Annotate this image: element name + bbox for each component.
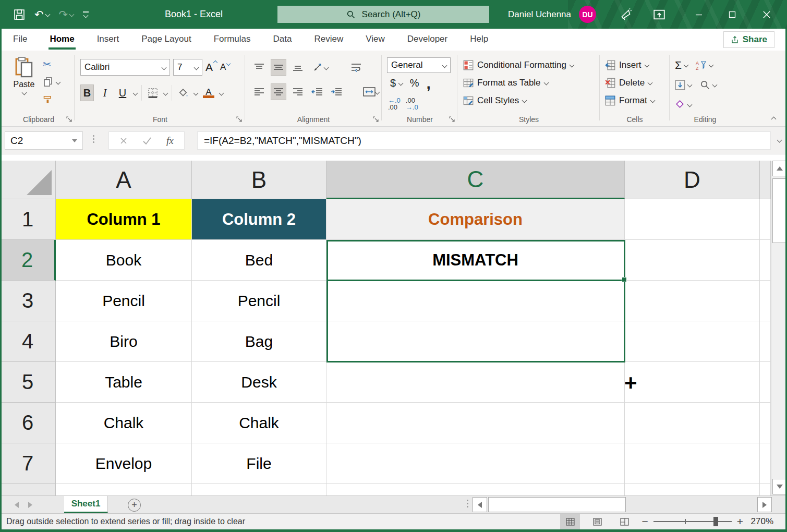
new-sheet-button[interactable]: + xyxy=(128,499,141,512)
cell-b6[interactable]: Chalk xyxy=(192,403,326,443)
cell-c6[interactable] xyxy=(326,403,625,443)
conditional-formatting-button[interactable]: Conditional Formatting xyxy=(463,56,574,74)
maximize-button[interactable] xyxy=(721,0,744,29)
cell-d6[interactable] xyxy=(625,403,760,443)
scroll-up-button[interactable] xyxy=(772,161,786,176)
format-as-table-button[interactable]: Format as Table xyxy=(463,74,574,91)
enter-check-icon[interactable] xyxy=(142,137,152,145)
name-box[interactable]: C2 xyxy=(5,131,83,150)
column-header-a[interactable]: A xyxy=(56,161,192,199)
cut-button[interactable]: ✂ xyxy=(43,57,60,71)
cell-a8[interactable] xyxy=(56,484,192,495)
bottom-align-button[interactable] xyxy=(290,59,306,76)
tab-help[interactable]: Help xyxy=(470,29,488,51)
column-header-partial[interactable] xyxy=(760,161,771,199)
cancel-icon[interactable] xyxy=(119,137,128,145)
vertical-scrollbar-thumb[interactable] xyxy=(772,178,786,243)
zoom-level[interactable]: 270% xyxy=(748,516,773,527)
cell-e2-partial[interactable] xyxy=(760,240,771,281)
cell-b8[interactable] xyxy=(192,484,326,495)
underline-button[interactable]: U xyxy=(116,84,129,101)
decrease-indent-button[interactable] xyxy=(309,83,325,100)
customize-quick-access-button[interactable] xyxy=(83,11,89,17)
previous-sheet-button[interactable] xyxy=(15,502,19,508)
tab-developer[interactable]: Developer xyxy=(407,29,448,51)
cell-e5-partial[interactable] xyxy=(760,362,771,403)
format-cells-button[interactable]: Format xyxy=(605,92,655,109)
cell-b5[interactable]: Desk xyxy=(192,362,326,403)
select-all-button[interactable] xyxy=(0,161,56,199)
tab-insert[interactable]: Insert xyxy=(97,29,119,51)
cell-d3[interactable] xyxy=(625,281,760,321)
zoom-slider-thumb[interactable] xyxy=(713,517,718,526)
coming-soon-button[interactable] xyxy=(614,0,637,29)
paste-button[interactable]: Paste xyxy=(8,56,40,110)
sort-filter-button[interactable]: AZ xyxy=(695,60,713,70)
cell-d8[interactable] xyxy=(625,484,760,495)
scroll-right-button[interactable] xyxy=(757,497,772,512)
ribbon-display-options-button[interactable] xyxy=(648,0,671,29)
cell-a2[interactable]: Book xyxy=(56,240,192,281)
minimize-button[interactable] xyxy=(687,0,710,29)
decrease-font-size-button[interactable]: A xyxy=(220,62,230,72)
delete-cells-button[interactable]: Delete xyxy=(605,74,655,91)
cell-e4-partial[interactable] xyxy=(760,321,771,362)
cell-e3-partial[interactable] xyxy=(760,281,771,321)
bold-button[interactable]: B xyxy=(80,84,94,101)
save-button[interactable] xyxy=(14,9,25,20)
tab-file[interactable]: File xyxy=(13,29,27,51)
share-button[interactable]: Share xyxy=(723,31,774,48)
center-button[interactable] xyxy=(271,83,286,100)
fill-handle[interactable] xyxy=(622,277,627,282)
avatar[interactable]: DU xyxy=(579,6,596,23)
zoom-in-button[interactable]: + xyxy=(737,515,743,528)
cell-e6-partial[interactable] xyxy=(760,403,771,443)
cell-b3[interactable]: Pencil xyxy=(192,281,326,321)
cell-a4[interactable]: Biro xyxy=(56,321,192,362)
cell-e7-partial[interactable] xyxy=(760,443,771,484)
clipboard-dialog-launcher[interactable] xyxy=(66,116,72,123)
number-dialog-launcher[interactable] xyxy=(449,116,455,123)
row-header-6[interactable]: 6 xyxy=(0,403,56,443)
vertical-scrollbar[interactable] xyxy=(771,161,787,495)
scroll-down-button[interactable] xyxy=(772,479,786,494)
middle-align-button[interactable] xyxy=(271,59,286,76)
orientation-button[interactable] xyxy=(309,59,331,76)
page-break-preview-button[interactable] xyxy=(614,514,634,529)
zoom-slider[interactable] xyxy=(653,521,732,522)
name-box-splitter[interactable] xyxy=(93,135,94,143)
chevron-down-icon[interactable] xyxy=(219,90,224,95)
cell-d2[interactable] xyxy=(625,240,760,281)
row-header-1[interactable]: 1 xyxy=(0,199,56,240)
cell-b1[interactable]: Column 2 xyxy=(192,199,326,240)
cell-d5[interactable] xyxy=(625,362,760,403)
row-header-7[interactable]: 7 xyxy=(0,443,56,484)
cell-e8-partial[interactable] xyxy=(760,484,771,495)
horizontal-scrollbar-thumb[interactable] xyxy=(488,497,626,512)
tab-view[interactable]: View xyxy=(366,29,385,51)
insert-function-button[interactable]: fx xyxy=(166,135,174,147)
font-dialog-launcher[interactable] xyxy=(236,116,243,123)
borders-button[interactable] xyxy=(146,84,160,101)
column-header-c[interactable]: C xyxy=(326,161,625,199)
close-button[interactable] xyxy=(755,0,778,29)
top-align-button[interactable] xyxy=(251,59,267,76)
increase-decimal-button[interactable]: ←.0.00 xyxy=(388,97,401,111)
cell-b2[interactable]: Bed xyxy=(192,240,326,281)
merge-center-button[interactable] xyxy=(357,83,384,100)
fill-button[interactable] xyxy=(675,80,692,90)
chevron-down-icon[interactable] xyxy=(133,90,138,95)
cell-c8[interactable] xyxy=(326,484,625,495)
wrap-text-button[interactable] xyxy=(348,59,364,76)
italic-button[interactable]: I xyxy=(98,84,112,101)
cell-c5[interactable] xyxy=(326,362,625,403)
cell-a5[interactable]: Table xyxy=(56,362,192,403)
autosum-button[interactable]: Σ xyxy=(675,59,688,71)
clear-button[interactable] xyxy=(675,100,692,110)
tab-data[interactable]: Data xyxy=(273,29,292,51)
cell-c4[interactable] xyxy=(326,321,625,362)
insert-cells-button[interactable]: Insert xyxy=(605,56,655,74)
scroll-left-button[interactable] xyxy=(473,497,487,512)
tab-formulas[interactable]: Formulas xyxy=(214,29,251,51)
increase-font-size-button[interactable]: A xyxy=(205,61,217,74)
